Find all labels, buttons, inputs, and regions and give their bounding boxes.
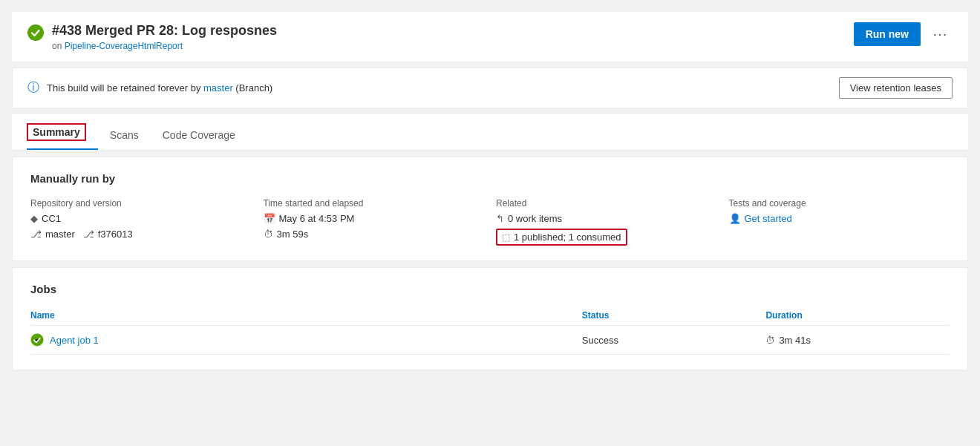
- job-duration: 3m 41s: [779, 335, 811, 346]
- jobs-title: Jobs: [30, 283, 950, 295]
- workitem-icon: ↰: [496, 213, 504, 224]
- run-new-button[interactable]: Run new: [854, 22, 921, 46]
- col-status: Status: [582, 306, 766, 326]
- elapsed-value: 3m 59s: [277, 229, 309, 240]
- job-name[interactable]: Agent job 1: [50, 335, 99, 346]
- pipeline-link[interactable]: Pipeline-CoverageHtmlReport: [65, 41, 183, 51]
- col-duration: Duration: [765, 306, 950, 326]
- jobs-table: Name Status Duration Agent job 1: [30, 306, 950, 355]
- clock-icon: ⏱: [264, 229, 273, 240]
- retention-banner: ⓘ This build will be retained forever by…: [12, 68, 968, 108]
- date-value: May 6 at 4:53 PM: [279, 213, 355, 224]
- tests-label: Tests and coverage: [729, 198, 950, 209]
- tab-summary[interactable]: Summary: [27, 114, 98, 150]
- diamond-icon: ◆: [30, 213, 38, 224]
- repo-label: Repository and version: [30, 198, 252, 209]
- manually-run-title: Manually run by: [30, 172, 950, 185]
- pipeline-subtitle: on Pipeline-CoverageHtmlReport: [52, 41, 277, 51]
- branch-icon: ⎇: [30, 229, 42, 240]
- time-label: Time started and elapsed: [264, 198, 485, 209]
- commit-hash: f376013: [98, 229, 133, 240]
- summary-tab-label: Summary: [27, 123, 86, 141]
- time-col: Time started and elapsed 📅 May 6 at 4:53…: [264, 198, 485, 246]
- summary-card: Manually run by Repository and version ◆…: [12, 157, 968, 261]
- get-started-link[interactable]: Get started: [745, 213, 792, 224]
- branch-name: master: [45, 229, 75, 240]
- svg-point-0: [27, 24, 44, 41]
- related-label: Related: [496, 198, 717, 209]
- retention-text: This build will be retained forever by m…: [47, 82, 272, 94]
- jobs-card: Jobs Name Status Duration: [12, 267, 968, 370]
- info-icon: ⓘ: [27, 80, 39, 96]
- artifacts-value: 1 published; 1 consumed: [514, 232, 621, 243]
- more-options-button[interactable]: ⋯: [927, 22, 953, 46]
- job-status: Success: [582, 335, 618, 346]
- job-success-icon: [30, 333, 44, 347]
- repo-version-col: Repository and version ◆ CC1 ⎇ master ⎇ …: [30, 198, 252, 246]
- master-link[interactable]: master: [203, 82, 233, 94]
- success-check-icon: [27, 24, 45, 42]
- tabs-bar: Summary Scans Code Coverage: [12, 114, 968, 151]
- repo-name: CC1: [42, 213, 61, 224]
- work-items-value: 0 work items: [508, 213, 562, 224]
- test-icon: 👤: [729, 213, 741, 224]
- view-retention-leases-button[interactable]: View retention leases: [839, 77, 953, 99]
- tests-col: Tests and coverage 👤 Get started: [729, 198, 950, 246]
- col-name: Name: [30, 306, 582, 326]
- artifacts-badge[interactable]: ⬚ 1 published; 1 consumed: [496, 229, 627, 246]
- related-col: Related ↰ 0 work items ⬚ 1 published; 1 …: [496, 198, 717, 246]
- tab-code-coverage[interactable]: Code Coverage: [163, 120, 247, 150]
- commit-icon: ⎇: [83, 229, 94, 240]
- tab-scans[interactable]: Scans: [110, 120, 151, 150]
- duration-clock-icon: ⏱: [765, 335, 775, 346]
- artifact-icon: ⬚: [502, 232, 510, 243]
- page-title: #438 Merged PR 28: Log resposnes: [52, 22, 277, 39]
- calendar-icon: 📅: [264, 213, 275, 224]
- table-row: Agent job 1 Success ⏱ 3m 41s: [30, 326, 950, 355]
